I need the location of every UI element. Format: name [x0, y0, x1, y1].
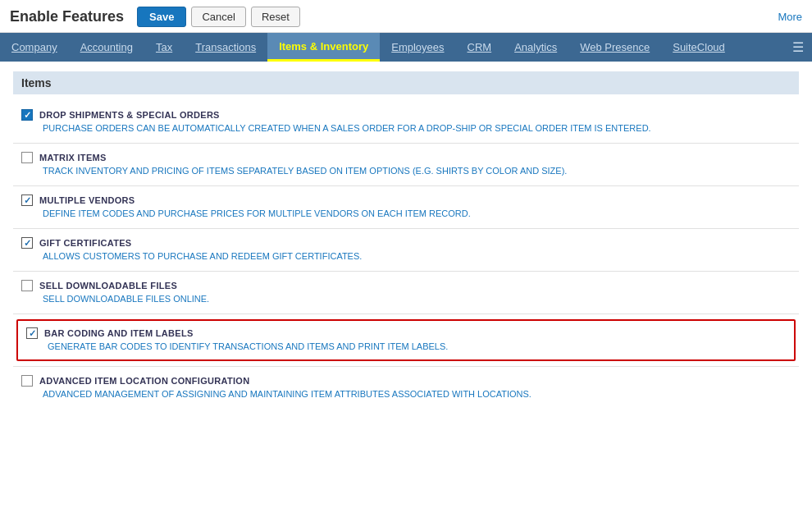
tab-tax[interactable]: Tax [144, 33, 184, 62]
feature-row-gift-certificates: GIFT CERTIFICATES ALLOWS CUSTOMERS TO PU… [13, 231, 799, 269]
checkbox-multiple-vendors[interactable] [21, 195, 33, 206]
nav-tabs: Company Accounting Tax Transactions Item… [0, 33, 812, 62]
tab-employees[interactable]: Employees [380, 33, 455, 62]
feature-desc-sell-downloadable: SELL DOWNLOADABLE FILES ONLINE. [43, 294, 791, 304]
more-link[interactable]: More [778, 11, 802, 23]
checkbox-advanced-item-location[interactable] [21, 375, 33, 387]
page-title: Enable Features [10, 8, 124, 25]
tab-accounting[interactable]: Accounting [69, 33, 144, 62]
feature-label-row: DROP SHIPMENTS & SPECIAL ORDERS [21, 109, 791, 121]
tab-transactions[interactable]: Transactions [184, 33, 267, 62]
main-content: Items DROP SHIPMENTS & SPECIAL ORDERS PU… [0, 71, 812, 420]
checkbox-sell-downloadable[interactable] [21, 280, 33, 291]
tab-suitecloud[interactable]: SuiteCloud [661, 33, 737, 62]
feature-desc-bar-coding: GENERATE BAR CODES TO IDENTIFY TRANSACTI… [48, 341, 786, 351]
feature-name-multiple-vendors: MULTIPLE VENDORS [39, 195, 135, 205]
feature-label-row: MULTIPLE VENDORS [21, 195, 791, 206]
feature-name-gift-certificates: GIFT CERTIFICATES [39, 238, 131, 248]
section-header: Items [13, 71, 799, 94]
feature-row-multiple-vendors: MULTIPLE VENDORS DEFINE ITEM CODES AND P… [13, 188, 799, 227]
checkbox-bar-coding[interactable] [26, 327, 38, 339]
checkbox-gift-certificates[interactable] [21, 237, 33, 249]
feature-desc-advanced-item-location: ADVANCED MANAGEMENT OF ASSIGNING AND MAI… [43, 389, 791, 399]
feature-desc-gift-certificates: ALLOWS CUSTOMERS TO PURCHASE AND REDEEM … [43, 251, 791, 261]
section-title: Items [21, 76, 52, 89]
cancel-button[interactable]: Cancel [191, 7, 245, 27]
feature-row-drop-shipments: DROP SHIPMENTS & SPECIAL ORDERS PURCHASE… [13, 103, 799, 141]
feature-desc-drop-shipments: PURCHASE ORDERS CAN BE AUTOMATICALLY CRE… [43, 123, 791, 133]
page-header: Enable Features Save Cancel Reset More [0, 0, 812, 33]
feature-row-matrix-items: MATRIX ITEMS TRACK INVENTORY AND PRICING… [13, 145, 799, 184]
checkbox-matrix-items[interactable] [21, 152, 33, 163]
feature-label-row: BAR CODING AND ITEM LABELS [26, 327, 786, 339]
header-actions: Save Cancel Reset [137, 7, 300, 27]
save-button[interactable]: Save [137, 7, 186, 27]
feature-label-row: GIFT CERTIFICATES [21, 237, 791, 249]
feature-name-sell-downloadable: SELL DOWNLOADABLE FILES [39, 281, 177, 291]
tab-items-inventory[interactable]: Items & Inventory [267, 33, 380, 62]
features-list: DROP SHIPMENTS & SPECIAL ORDERS PURCHASE… [13, 103, 799, 407]
feature-name-drop-shipments: DROP SHIPMENTS & SPECIAL ORDERS [39, 110, 220, 120]
feature-row-bar-coding: BAR CODING AND ITEM LABELS GENERATE BAR … [16, 319, 796, 361]
feature-name-matrix-items: MATRIX ITEMS [39, 153, 107, 162]
nav-menu-icon[interactable]: ☰ [784, 33, 812, 62]
feature-desc-matrix-items: TRACK INVENTORY AND PRICING OF ITEMS SEP… [43, 166, 791, 176]
feature-row-advanced-item-location: ADVANCED ITEM LOCATION CONFIGURATION ADV… [13, 368, 799, 407]
feature-label-row: MATRIX ITEMS [21, 152, 791, 163]
reset-button[interactable]: Reset [251, 7, 300, 27]
checkbox-drop-shipments[interactable] [21, 109, 33, 121]
feature-name-advanced-item-location: ADVANCED ITEM LOCATION CONFIGURATION [39, 376, 249, 386]
feature-name-bar-coding: BAR CODING AND ITEM LABELS [44, 328, 194, 338]
tab-company[interactable]: Company [0, 33, 69, 62]
feature-label-row: SELL DOWNLOADABLE FILES [21, 280, 791, 291]
tab-crm[interactable]: CRM [456, 33, 504, 62]
feature-row-sell-downloadable: SELL DOWNLOADABLE FILES SELL DOWNLOADABL… [13, 273, 799, 312]
feature-desc-multiple-vendors: DEFINE ITEM CODES AND PURCHASE PRICES FO… [43, 208, 791, 218]
tab-web-presence[interactable]: Web Presence [568, 33, 661, 62]
tab-analytics[interactable]: Analytics [503, 33, 568, 62]
feature-label-row: ADVANCED ITEM LOCATION CONFIGURATION [21, 375, 791, 387]
